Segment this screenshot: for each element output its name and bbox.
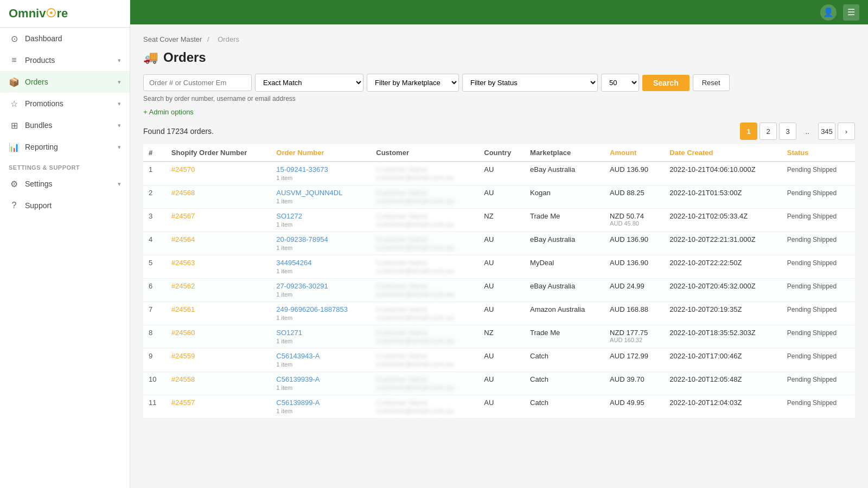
item-count: 1 item [276, 198, 292, 204]
customer-email: customer@email.com.au [376, 290, 473, 298]
breadcrumb-current: Orders [218, 35, 239, 43]
shopify-order-link[interactable]: #24568 [171, 189, 195, 197]
order-number-link[interactable]: 15-09241-33673 [276, 165, 328, 174]
main-area: 👤 ☰ Seat Cover Master / Orders 🚚 Orders … [130, 0, 868, 488]
per-page-select[interactable]: 5025100200 [601, 74, 639, 92]
country-cell: AU [478, 162, 525, 185]
status-badge: Pending Shipped [787, 376, 837, 383]
shopify-order-link[interactable]: #24557 [171, 399, 195, 407]
shopify-order-link[interactable]: #24570 [171, 165, 195, 174]
country-cell: NZ [478, 209, 525, 232]
page-btn-1[interactable]: 1 [740, 123, 757, 140]
admin-options-link[interactable]: + Admin options [143, 108, 194, 116]
sidebar-item-support[interactable]: ? Support [0, 195, 130, 216]
sidebar-label-promotions: Promotions [25, 99, 63, 108]
sidebar-item-dashboard[interactable]: ⊙ Dashboard [0, 28, 130, 49]
order-number-link[interactable]: 344954264 [276, 259, 311, 267]
amount-cell: AUD 168.88 [604, 302, 664, 325]
shopify-order-link[interactable]: #24558 [171, 375, 195, 383]
country-cell: AU [478, 185, 525, 209]
shopify-order-link[interactable]: #24562 [171, 282, 195, 290]
dashboard-icon: ⊙ [9, 33, 20, 44]
status-select[interactable]: Filter by StatusPending ShippedShippedCa… [462, 74, 598, 92]
sidebar-item-orders[interactable]: 📦 Orders ▾ [0, 71, 130, 93]
exact-match-select[interactable]: Exact MatchContainsStarts With [255, 74, 363, 92]
order-number-cell: C56139899-A1 item [271, 395, 371, 419]
page-btn-2[interactable]: 2 [760, 123, 777, 140]
order-number-link[interactable]: 27-09236-30291 [276, 282, 328, 290]
amount-cell: NZD 177.75AUD 160.32 [604, 325, 664, 349]
pagination-next[interactable]: › [838, 123, 855, 140]
row-num: 8 [143, 325, 166, 349]
user-icon[interactable]: 👤 [820, 4, 837, 21]
status-cell: Pending Shipped [782, 279, 855, 302]
sidebar-label-reporting: Reporting [25, 143, 58, 151]
date-cell: 2022-10-20T22:21:31.000Z [664, 232, 781, 255]
hamburger-menu-icon[interactable]: ☰ [843, 4, 859, 21]
shopify-order: #24561 [166, 302, 271, 325]
date-cell: 2022-10-21T04:06:10.000Z [664, 162, 781, 185]
amount-cell: AUD 39.70 [604, 372, 664, 395]
search-button[interactable]: Search [642, 75, 690, 91]
status-badge: Pending Shipped [787, 189, 837, 197]
customer-cell: Customer Namecustomer@email.com.au [371, 349, 478, 372]
shopify-order: #24567 [166, 209, 271, 232]
order-number-link[interactable]: C56139939-A [276, 375, 320, 383]
order-number-link[interactable]: 249-9696206-1887853 [276, 305, 348, 313]
shopify-order-link[interactable]: #24560 [171, 329, 195, 337]
order-number-cell: SO12711 item [271, 325, 371, 349]
amount-cell: AUD 88.25 [604, 185, 664, 209]
sidebar-item-products[interactable]: ≡ Products ▾ [0, 49, 130, 71]
order-number-link[interactable]: SO1271 [276, 329, 302, 337]
page-btn-345[interactable]: 345 [818, 123, 835, 140]
marketplace-cell: eBay Australia [525, 279, 604, 302]
order-number-link[interactable]: AUSVM_JQUNN4DL [276, 189, 342, 197]
chevron-promotions-icon: ▾ [118, 100, 121, 107]
orders-table: #Shopify Order NumberOrder NumberCustome… [143, 144, 855, 419]
shopify-order: #24558 [166, 372, 271, 395]
table-row: 11#24557C56139899-A1 itemCustomer Namecu… [143, 395, 855, 419]
sidebar-item-promotions[interactable]: ☆ Promotions ▾ [0, 93, 130, 114]
order-number-link[interactable]: C56139899-A [276, 399, 320, 407]
order-number-cell: 3449542641 item [271, 255, 371, 279]
order-number-link[interactable]: SO1272 [276, 212, 302, 220]
item-count: 1 item [276, 361, 292, 368]
marketplace-select[interactable]: Filter by MarketplaceeBay AustraliaAmazo… [367, 74, 459, 92]
customer-name: Customer Name [376, 282, 473, 290]
amount-cell: AUD 24.99 [604, 279, 664, 302]
search-input[interactable] [143, 74, 252, 91]
sidebar-item-bundles[interactable]: ⊞ Bundles ▾ [0, 114, 130, 136]
breadcrumb-parent[interactable]: Seat Cover Master [143, 35, 202, 43]
marketplace-cell: Amazon Australia [525, 302, 604, 325]
shopify-order: #24564 [166, 232, 271, 255]
sidebar-item-settings[interactable]: ⚙ Settings ▾ [0, 173, 130, 195]
amount-cell: AUD 49.95 [604, 395, 664, 419]
shopify-order-link[interactable]: #24563 [171, 259, 195, 267]
shopify-order: #24570 [166, 162, 271, 185]
marketplace-cell: eBay Australia [525, 162, 604, 185]
reset-button[interactable]: Reset [693, 74, 730, 91]
order-number-link[interactable]: 20-09238-78954 [276, 235, 328, 243]
shopify-order-link[interactable]: #24564 [171, 235, 195, 243]
shopify-order-link[interactable]: #24559 [171, 352, 195, 360]
amount-cell: AUD 136.90 [604, 255, 664, 279]
status-badge: Pending Shipped [787, 306, 837, 313]
sidebar-item-reporting[interactable]: 📊 Reporting ▾ [0, 136, 130, 158]
amount-primary: NZD 177.75 [610, 329, 659, 337]
customer-email: customer@email.com.au [376, 407, 473, 415]
amount-primary: AUD 88.25 [610, 189, 659, 197]
shopify-order-link[interactable]: #24567 [171, 212, 195, 220]
table-row: 7#24561249-9696206-18878531 itemCustomer… [143, 302, 855, 325]
pagination: 123..345› [740, 123, 855, 140]
breadcrumb: Seat Cover Master / Orders [143, 35, 855, 43]
amount-cell: AUD 172.99 [604, 349, 664, 372]
found-text: Found 17234 orders. [143, 127, 214, 136]
shopify-order-link[interactable]: #24561 [171, 305, 195, 313]
row-num: 5 [143, 255, 166, 279]
customer-cell: Customer Namecustomer@email.com.au [371, 209, 478, 232]
order-number-link[interactable]: C56143943-A [276, 352, 320, 360]
status-badge: Pending Shipped [787, 282, 837, 290]
page-btn-3[interactable]: 3 [779, 123, 796, 140]
country-cell: AU [478, 279, 525, 302]
marketplace-cell: Trade Me [525, 325, 604, 349]
